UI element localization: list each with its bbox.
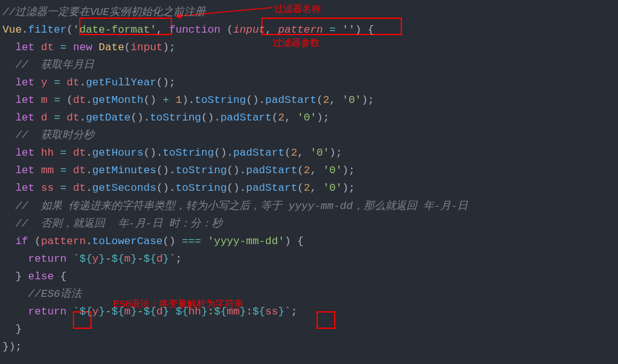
code-line: //过滤器一定要在VUE实例初始化之前注册 [3, 4, 618, 21]
code-line: let ss = dt.getSeconds().toString().padS… [3, 179, 618, 197]
code-line: if (pattern.toLowerCase() === 'yyyy-mm-d… [3, 233, 618, 250]
code-line: let m = (dt.getMonth() + 1).toString().p… [3, 92, 618, 109]
code-line: // 否则，就返回 年-月-日 时：分：秒 [3, 215, 618, 233]
code-line: // 获取年月日 [3, 56, 618, 74]
code-line: let d = dt.getDate().toString().padStart… [3, 109, 618, 127]
code-line: }); [3, 338, 618, 356]
code-line: let hh = dt.getHours().toString().padSta… [3, 144, 618, 162]
code-line: return `${y}-${m}-${d} ${hh}:${mm}:${ss}… [3, 303, 618, 321]
code-line: Vue.filter('date-format', function (inpu… [3, 21, 618, 39]
code-line: // 获取时分秒 [3, 127, 618, 144]
code-line: let dt = new Date(input); [3, 39, 618, 56]
code-line: } [3, 321, 618, 338]
code-line: let mm = dt.getMinutes().toString().padS… [3, 162, 618, 179]
code-line: } else { [3, 268, 618, 286]
code-line: // 如果 传递进来的字符串类型，转为小写之后，等于 yyyy-mm-dd，那么… [3, 198, 618, 215]
code-line: //ES6语法 [3, 286, 618, 303]
code-line: let y = dt.getFullYear(); [3, 74, 618, 92]
code-line: return `${y}-${m}-${d}`; [3, 250, 618, 268]
